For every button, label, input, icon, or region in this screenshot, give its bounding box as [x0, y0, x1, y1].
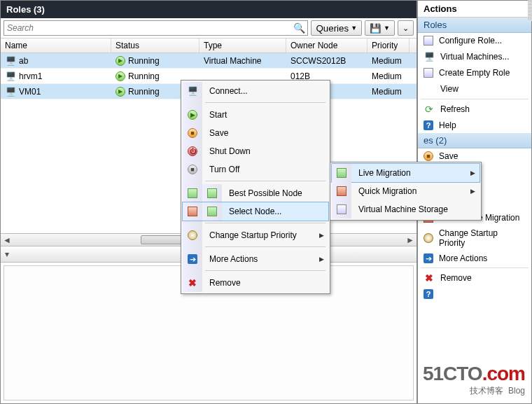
- empty-role-icon: [424, 68, 433, 78]
- action-change-startup-priority[interactable]: Change Startup Priority: [418, 225, 531, 251]
- action-remove[interactable]: ✖Remove: [418, 270, 531, 286]
- ctx-save[interactable]: ■Save: [183, 124, 328, 142]
- col-owner[interactable]: Owner Node: [286, 39, 368, 53]
- gear-icon: [424, 233, 433, 243]
- queries-button[interactable]: Queries▼: [311, 20, 362, 36]
- context-submenu: Live Migration▶ Quick Migration▶ Virtual…: [330, 162, 482, 221]
- save-view-button[interactable]: 💾▼: [365, 20, 395, 36]
- ctx-quick-migration[interactable]: Quick Migration▶: [332, 182, 479, 200]
- ctx-start[interactable]: ▶Start: [183, 106, 328, 124]
- action-create-empty-role[interactable]: Create Empty Role: [418, 65, 531, 81]
- action-view[interactable]: View: [418, 81, 531, 97]
- separator: [205, 102, 326, 104]
- separator: [205, 181, 326, 182]
- remove-icon: ✖: [424, 272, 435, 284]
- search-box: 🔍: [4, 20, 308, 36]
- node-icon: [207, 207, 217, 216]
- cell-priority: Medium: [372, 56, 402, 66]
- cell-name: hrvm1: [19, 71, 42, 81]
- submenu-arrow-icon: ▶: [468, 169, 479, 176]
- cell-status: Running: [128, 87, 160, 97]
- search-icon[interactable]: 🔍: [293, 22, 305, 34]
- cell-priority: Medium: [372, 71, 402, 81]
- action-more-actions[interactable]: ➔More Actions: [418, 251, 531, 266]
- scroll-right-icon[interactable]: ►: [404, 235, 416, 245]
- view-icon: [424, 83, 435, 95]
- quick-migration-icon: [337, 186, 346, 196]
- separator: [205, 270, 326, 272]
- help-icon: ?: [424, 120, 433, 130]
- save-icon: ■: [424, 151, 433, 161]
- table-header: Name Status Type Owner Node Priority: [1, 39, 416, 53]
- more-button[interactable]: ⌄: [398, 20, 414, 36]
- actions-header: Actions: [418, 1, 531, 18]
- ctx-remove[interactable]: ✖Remove: [183, 274, 328, 292]
- action-help[interactable]: ?Help: [418, 118, 531, 133]
- live-migration-icon: [337, 168, 346, 178]
- action-help2[interactable]: ?: [418, 286, 531, 302]
- action-configure-role[interactable]: Configure Role...: [418, 33, 531, 48]
- search-input[interactable]: [4, 20, 308, 36]
- actions-roles-group: Roles: [418, 18, 531, 33]
- ctx-change-priority[interactable]: Change Startup Priority▶: [183, 226, 328, 244]
- submenu-arrow-icon: ▶: [317, 232, 328, 239]
- separator: [421, 99, 528, 99]
- running-icon: ▶: [115, 56, 125, 66]
- gear-icon: [188, 230, 197, 240]
- turnoff-icon: ■: [188, 165, 197, 174]
- context-menu: 🖥️Connect... ▶Start ■Save ⏻Shut Down ■Tu…: [181, 80, 330, 294]
- action-refresh[interactable]: ⟳Refresh: [418, 101, 531, 118]
- ctx-shutdown[interactable]: ⏻Shut Down: [183, 142, 328, 160]
- cell-owner: SCCWS2012B: [290, 56, 346, 66]
- vm-icon: 🖥️: [424, 51, 435, 62]
- role-icon: 🖥️: [5, 71, 16, 82]
- ctx-more-actions[interactable]: ➔More Actions▶: [183, 250, 328, 268]
- cell-status: Running: [128, 56, 160, 66]
- col-status[interactable]: Status: [111, 39, 200, 53]
- ctx-connect[interactable]: 🖥️Connect...: [183, 82, 328, 100]
- running-icon: ▶: [115, 71, 125, 81]
- node-icon: [207, 188, 217, 198]
- separator: [421, 267, 528, 268]
- ctx-best-node[interactable]: Best Possible Node: [183, 184, 328, 202]
- node-icon: [188, 207, 197, 216]
- node-icon: [188, 188, 197, 198]
- connect-icon: 🖥️: [187, 85, 198, 97]
- start-icon: ▶: [188, 110, 197, 120]
- more-actions-icon: ➔: [188, 254, 197, 264]
- refresh-icon: ⟳: [424, 104, 435, 115]
- scroll-left-icon[interactable]: ◄: [1, 235, 13, 245]
- table-row[interactable]: 🖥️ab ▶Running Virtual Machine SCCWS2012B…: [1, 53, 416, 69]
- col-name[interactable]: Name: [1, 39, 111, 53]
- col-priority[interactable]: Priority: [368, 39, 410, 53]
- cell-status: Running: [128, 71, 160, 81]
- role-icon: 🖥️: [5, 55, 16, 67]
- separator: [205, 246, 326, 248]
- separator: [205, 223, 326, 224]
- cell-priority: Medium: [372, 87, 402, 97]
- submenu-arrow-icon: ▶: [317, 256, 328, 263]
- cell-name: ab: [19, 56, 28, 66]
- storage-icon: [337, 204, 346, 214]
- running-icon: ▶: [115, 87, 125, 97]
- col-type[interactable]: Type: [200, 39, 286, 53]
- configure-role-icon: [424, 36, 433, 46]
- submenu-arrow-icon: ▶: [468, 188, 479, 195]
- ctx-live-migration[interactable]: Live Migration▶: [332, 164, 479, 182]
- panel-title: Roles (3): [1, 1, 416, 18]
- ctx-vm-storage[interactable]: Virtual Machine Storage: [332, 200, 479, 218]
- cell-type: Virtual Machine: [204, 56, 262, 66]
- more-actions-icon: ➔: [424, 253, 433, 263]
- chevron-down-icon: ▾: [5, 249, 9, 259]
- actions-selection-group: es (2): [418, 133, 531, 148]
- ctx-turnoff[interactable]: ■Turn Off: [183, 160, 328, 179]
- resize-grip[interactable]: [528, 0, 532, 21]
- save-icon: ■: [188, 128, 197, 138]
- remove-icon: ✖: [188, 277, 197, 288]
- action-virtual-machines[interactable]: 🖥️Virtual Machines...: [418, 48, 531, 65]
- role-icon: 🖥️: [5, 86, 16, 97]
- ctx-select-node[interactable]: Select Node...: [183, 202, 328, 221]
- shutdown-icon: ⏻: [188, 146, 197, 156]
- help-icon: ?: [424, 289, 433, 299]
- cell-name: VM01: [19, 87, 41, 97]
